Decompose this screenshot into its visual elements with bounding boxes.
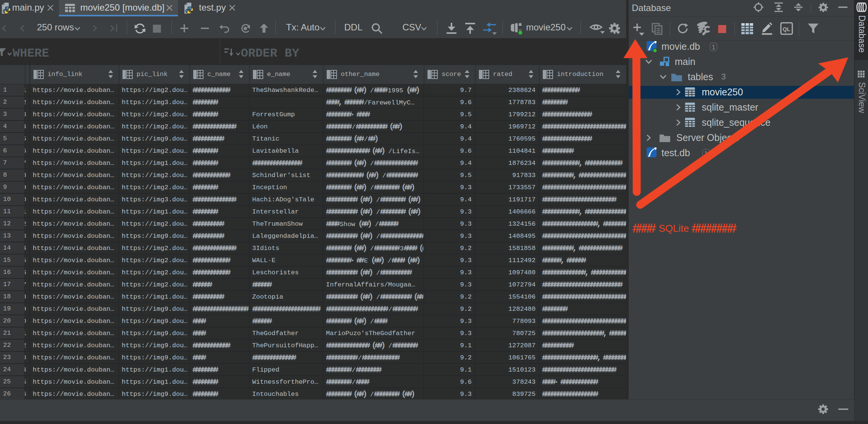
svg-text:QL: QL: [783, 26, 790, 32]
